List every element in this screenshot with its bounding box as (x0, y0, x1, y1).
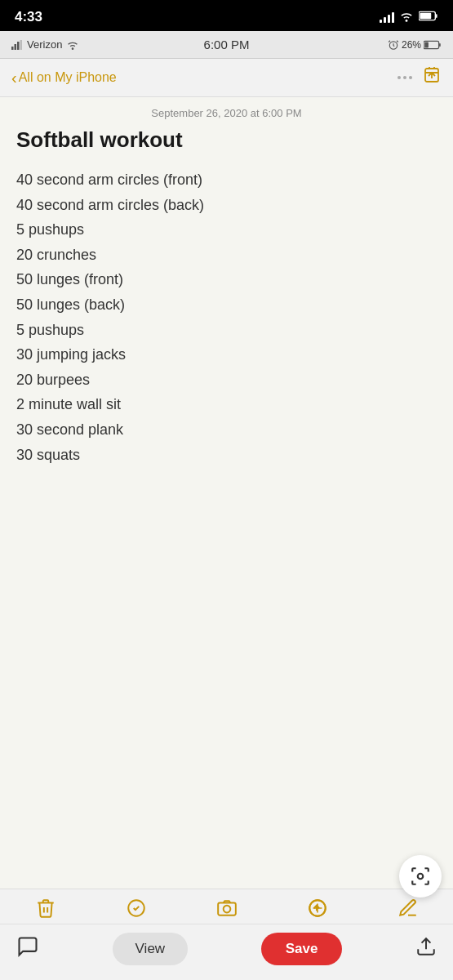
share-icon (422, 65, 442, 85)
svg-rect-6 (20, 40, 23, 50)
svg-point-12 (418, 874, 424, 880)
carrier-time: 6:00 PM (204, 38, 250, 51)
note-list-item: 2 minute wall sit (16, 392, 437, 417)
svg-rect-9 (439, 42, 441, 46)
carrier-battery-icon (424, 40, 442, 50)
bar2 (384, 17, 386, 23)
check-button[interactable] (126, 898, 147, 919)
camera-icon (216, 898, 238, 919)
system-icons (380, 11, 438, 24)
note-body: 40 second arm circles (front)40 second a… (16, 167, 437, 467)
compose-button[interactable] (307, 898, 328, 919)
carrier-name: Verizon (27, 38, 62, 51)
bar3 (388, 15, 390, 23)
battery-percent: 26% (402, 39, 421, 51)
save-button[interactable]: Save (261, 933, 343, 965)
carrier-signal-icon (11, 40, 23, 50)
note-list-item: 30 jumping jacks (16, 342, 437, 368)
more-options-button[interactable] (397, 76, 412, 79)
svg-rect-1 (436, 14, 437, 18)
note-list-item: 50 lunges (front) (16, 267, 437, 292)
svg-rect-3 (11, 47, 14, 50)
compose-icon (307, 898, 328, 919)
view-button[interactable]: View (113, 933, 189, 965)
battery-icon (419, 11, 438, 24)
note-list-item: 50 lunges (back) (16, 292, 437, 318)
note-list-item: 5 pushups (16, 217, 437, 243)
svg-point-15 (223, 906, 230, 913)
carrier-left: Verizon (11, 38, 79, 51)
wifi-icon (399, 11, 414, 24)
note-title: Softball workout (16, 127, 437, 153)
chat-button[interactable] (16, 935, 39, 964)
nav-bar: ‹ All on My iPhone (0, 59, 453, 97)
note-list-item: 20 burpees (16, 368, 437, 393)
bar1 (380, 20, 382, 23)
bar4 (392, 12, 394, 23)
signal-bars-icon (380, 11, 394, 23)
note-list-item: 30 squats (16, 443, 437, 468)
checkmark-icon (126, 898, 147, 919)
note-list-item: 40 second arm circles (front) (16, 167, 437, 193)
carrier-status-bar: Verizon 6:00 PM 26% (0, 31, 453, 59)
camera-button[interactable] (216, 898, 238, 919)
svg-rect-10 (424, 42, 429, 47)
note-list-item: 30 second plank (16, 417, 437, 443)
bottom-action-bar: View Save (0, 924, 453, 980)
nav-right-icons (397, 65, 442, 90)
upload-icon (415, 936, 437, 957)
back-chevron-icon: ‹ (11, 69, 17, 87)
system-time: 4:33 (15, 9, 42, 25)
dot2 (403, 76, 406, 79)
edit-button[interactable] (397, 898, 419, 919)
scan-icon (410, 866, 431, 887)
dot3 (409, 76, 412, 79)
delete-button[interactable] (35, 898, 56, 919)
note-date: September 26, 2020 at 6:00 PM (16, 107, 437, 119)
content-area: September 26, 2020 at 6:00 PM Softball w… (0, 97, 453, 889)
carrier-right: 26% (388, 39, 442, 51)
share-button[interactable] (422, 65, 442, 90)
back-button[interactable]: ‹ All on My iPhone (11, 69, 117, 87)
carrier-wifi-icon (66, 40, 79, 50)
note-list-item: 40 second arm circles (back) (16, 193, 437, 218)
note-list-item: 20 crunches (16, 243, 437, 268)
scan-button[interactable] (399, 855, 442, 898)
svg-rect-4 (15, 44, 17, 50)
upload-button[interactable] (415, 936, 437, 962)
svg-rect-2 (420, 13, 431, 19)
dot1 (397, 76, 401, 79)
phone-frame: 4:33 (0, 0, 453, 980)
alarm-icon (388, 39, 399, 51)
svg-rect-5 (17, 42, 20, 50)
chat-icon (16, 935, 39, 958)
note-list-item: 5 pushups (16, 318, 437, 343)
back-label: All on My iPhone (19, 70, 117, 85)
system-status-bar: 4:33 (0, 0, 453, 31)
edit-icon (397, 898, 419, 919)
trash-icon (35, 898, 56, 919)
bottom-toolbar (0, 889, 453, 924)
